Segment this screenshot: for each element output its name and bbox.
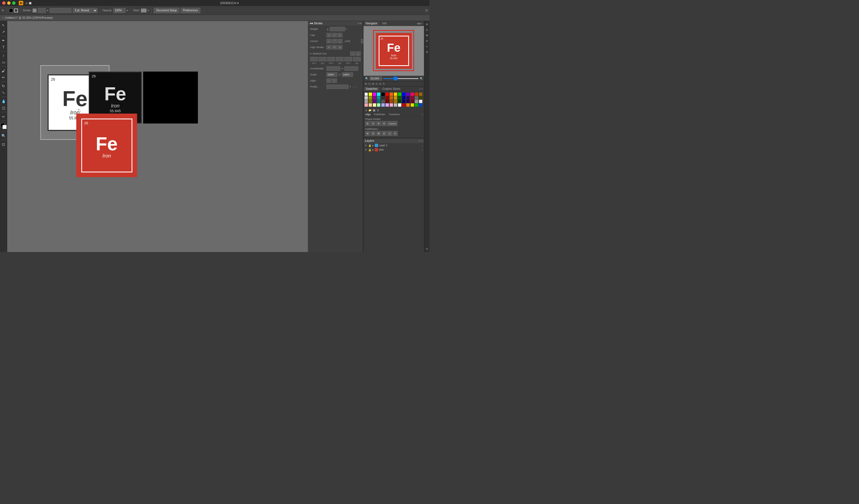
- maximize-button[interactable]: [12, 1, 15, 5]
- tab-navigator[interactable]: Navigator: [363, 21, 380, 26]
- arrowhead-swap-icon[interactable]: ⇄: [341, 67, 343, 70]
- cap-square[interactable]: □: [337, 33, 343, 37]
- scale-input-1[interactable]: [327, 72, 337, 77]
- swatch-brightblue[interactable]: [419, 103, 422, 107]
- layer-2-expand[interactable]: ▶: [372, 149, 374, 151]
- swatch-blue[interactable]: [402, 93, 405, 96]
- dashed-preset-2[interactable]: ⬚: [356, 51, 361, 56]
- swatch-midred[interactable]: [386, 100, 389, 103]
- swatch-midcyan[interactable]: [377, 100, 380, 103]
- stroke-swatch[interactable]: [14, 9, 18, 12]
- layers-panel-menu[interactable]: ≡: [419, 139, 420, 142]
- tool-select[interactable]: ↖: [1, 22, 6, 28]
- opacity-dropdown-icon[interactable]: ▾: [127, 9, 128, 12]
- stroke-panel-collapse[interactable]: ◀◀: [310, 22, 313, 25]
- swatch-olive[interactable]: [369, 96, 372, 100]
- stroke-color-swatch[interactable]: [33, 9, 36, 12]
- nav-panel-expand[interactable]: ◀◀: [417, 22, 421, 25]
- swatch-darkcyan[interactable]: [377, 96, 380, 100]
- swatch-midgray[interactable]: [364, 100, 368, 103]
- er-btn-1[interactable]: ⊞: [425, 22, 429, 27]
- swatch-white[interactable]: [364, 93, 368, 96]
- panel-icon-5[interactable]: Ai: [379, 82, 382, 86]
- traffic-lights[interactable]: [2, 1, 15, 5]
- color-fill-stroke[interactable]: [1, 123, 6, 129]
- cap-round[interactable]: ○: [332, 33, 337, 37]
- panel-icon-3[interactable]: ⊠: [372, 82, 374, 86]
- arrowhead-end[interactable]: [344, 66, 358, 71]
- tool-scale[interactable]: ⤡: [1, 90, 6, 96]
- swatch-lightgray[interactable]: [364, 96, 368, 100]
- close-button[interactable]: [2, 1, 5, 5]
- swatch-lightred[interactable]: [364, 103, 368, 107]
- tool-direct-select[interactable]: ↗: [1, 29, 6, 35]
- swatch-gold[interactable]: [394, 93, 397, 96]
- shape-mode-intersect[interactable]: ⊗: [376, 121, 381, 126]
- swatch-darkolive[interactable]: [419, 96, 422, 100]
- nav-panel-close[interactable]: ×: [421, 22, 423, 25]
- align-btn-1[interactable]: ↑: [327, 78, 331, 83]
- shape-mode-minus[interactable]: ⊖: [371, 121, 376, 126]
- swatch-midpink[interactable]: [411, 100, 414, 103]
- cap-butt[interactable]: |: [327, 33, 331, 37]
- align-stroke-center[interactable]: ≡: [327, 45, 331, 49]
- panel-icon-4[interactable]: ⊚: [375, 82, 378, 86]
- stroke-color[interactable]: [2, 125, 6, 129]
- dashed-preset-1[interactable]: - -: [350, 51, 355, 56]
- align-panel-close[interactable]: ×: [421, 113, 423, 116]
- panel-icon-1[interactable]: ⊞: [364, 82, 367, 86]
- tool-zoom[interactable]: 🔍: [1, 133, 6, 139]
- layer-2-lock[interactable]: 🔒: [368, 148, 372, 151]
- zoom-input[interactable]: 33.33%: [370, 77, 382, 80]
- er-btn-3[interactable]: ⊠: [425, 33, 429, 37]
- swatch-gray[interactable]: [415, 96, 418, 100]
- layer-1-visibility[interactable]: 👁: [364, 144, 367, 147]
- tool-rect[interactable]: ▭: [1, 59, 6, 65]
- panel-icon-2[interactable]: ⊡: [368, 82, 371, 86]
- layer-1-name[interactable]: Layer 2: [379, 144, 420, 147]
- align-stroke-inside[interactable]: ⊓: [332, 45, 337, 49]
- preferences-button[interactable]: Preferences: [180, 8, 200, 13]
- minimize-button[interactable]: [7, 1, 11, 5]
- tab-pathfinder[interactable]: Pathfinder: [372, 112, 387, 117]
- corner-round[interactable]: ⌒: [332, 39, 337, 43]
- tab-swatches[interactable]: Swatches: [363, 87, 380, 91]
- dash-3[interactable]: [344, 57, 352, 61]
- shape-mode-add[interactable]: ⊕: [365, 121, 370, 126]
- tool-rotate[interactable]: ↻: [1, 83, 6, 89]
- gap-2[interactable]: [336, 57, 344, 61]
- expand-button[interactable]: Expand: [387, 121, 397, 126]
- layer-1-expand[interactable]: ▶: [372, 144, 374, 147]
- profile-dropdown[interactable]: ▾: [350, 86, 351, 88]
- zoom-in-icon[interactable]: 🔍: [420, 77, 423, 80]
- stroke-style-input[interactable]: [49, 8, 72, 13]
- dash-1[interactable]: [310, 57, 318, 61]
- swatches-panel-close[interactable]: ×: [421, 88, 423, 90]
- swatch-brown[interactable]: [419, 93, 422, 96]
- arrange-icon[interactable]: ⊞: [425, 9, 428, 12]
- corner-miter[interactable]: ⌐: [327, 39, 331, 43]
- swatch-lightblue[interactable]: [381, 103, 385, 107]
- swatch-midolive[interactable]: [369, 100, 372, 103]
- swatch-darkred[interactable]: [386, 96, 389, 100]
- weight-dropdown[interactable]: ▾: [346, 28, 347, 30]
- tool-paintbrush[interactable]: 🖌: [1, 68, 6, 74]
- er-btn-5[interactable]: A: [425, 44, 429, 49]
- swatch-midpurple[interactable]: [406, 100, 410, 103]
- swatch-darkorange[interactable]: [390, 96, 393, 100]
- swatch-midorange[interactable]: [390, 100, 393, 103]
- profile-input[interactable]: [327, 85, 348, 89]
- swatch-brightgreen[interactable]: [415, 103, 418, 107]
- weight-stepper-up[interactable]: ▲: [327, 28, 329, 31]
- swatch-yellow[interactable]: [369, 93, 372, 96]
- selection-arrow-icon[interactable]: ↖: [2, 9, 4, 12]
- layers-panel-close[interactable]: ×: [421, 139, 422, 142]
- swatch-midblue[interactable]: [402, 100, 405, 103]
- tab-graphic-styles[interactable]: Graphic Styles: [380, 87, 403, 91]
- document-setup-button[interactable]: Document Setup: [154, 8, 179, 13]
- er-btn-bottom[interactable]: ◎: [425, 246, 429, 251]
- gap-3[interactable]: [353, 57, 361, 61]
- tool-pencil[interactable]: ✏: [1, 74, 6, 80]
- stroke-dropdown-icon[interactable]: ▾: [47, 9, 48, 12]
- fill-swatch[interactable]: [9, 9, 13, 12]
